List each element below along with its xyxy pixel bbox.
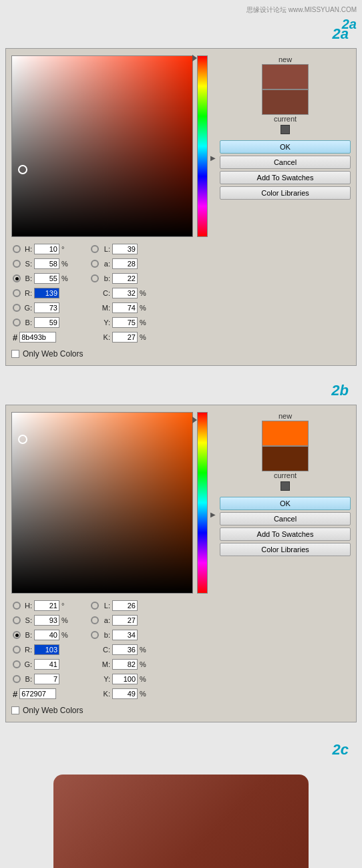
unit-m-a: %	[140, 304, 149, 312]
label-s-a: S:	[23, 260, 32, 268]
label-l-b: L:	[101, 602, 110, 610]
watermark: 思缘设计论坛 www.MISSYUAN.COM 2a	[246, 5, 357, 33]
field-c-a: C: %	[91, 286, 149, 300]
unit-s-a: %	[61, 260, 71, 268]
radio-bv-a[interactable]	[13, 318, 21, 327]
input-b-a[interactable]	[34, 273, 59, 284]
label-h-b: H:	[23, 602, 32, 610]
fields-area-a: H: ° S: % B: % R:	[13, 242, 351, 344]
field-h-a: H: °	[13, 242, 71, 256]
gradient-arrow-b: ▶	[210, 511, 216, 518]
radio-b-b[interactable]	[13, 631, 21, 639]
radio-h-b[interactable]	[13, 602, 21, 610]
color-picker-panel-a: ▶ new current OK Cancel Add To Swat	[5, 48, 357, 366]
input-g-b[interactable]	[34, 659, 59, 670]
input-s-b[interactable]	[34, 615, 59, 626]
radio-b-a[interactable]	[13, 274, 21, 282]
hue-strip-b[interactable]	[197, 412, 208, 594]
color-libraries-button-b[interactable]: Color Libraries	[220, 543, 351, 556]
field-k-a: K: %	[91, 331, 149, 344]
hex-input-a[interactable]	[19, 332, 56, 343]
radio-g-a[interactable]	[13, 304, 21, 312]
radio-l-a[interactable]	[91, 245, 99, 253]
new-label-b: new	[279, 412, 292, 420]
radio-s-a[interactable]	[13, 260, 21, 268]
radio-av-a[interactable]	[91, 260, 99, 268]
label-blab-a: b:	[101, 274, 110, 282]
color-libraries-button-a[interactable]: Color Libraries	[220, 186, 351, 200]
input-av-b[interactable]	[112, 615, 138, 626]
radio-h-a[interactable]	[13, 245, 21, 253]
unit-h-b: °	[61, 602, 71, 610]
input-c-a[interactable]	[112, 288, 138, 298]
radio-r-b[interactable]	[13, 646, 21, 654]
hex-input-b[interactable]	[19, 688, 56, 699]
input-blab-a[interactable]	[112, 273, 138, 284]
input-h-a[interactable]	[34, 244, 59, 254]
radio-bv-b[interactable]	[13, 675, 21, 683]
label-s-b: S:	[23, 616, 32, 624]
field-c-b: C: %	[91, 643, 149, 656]
radio-blab-b[interactable]	[91, 631, 99, 639]
radio-l-b[interactable]	[91, 602, 99, 610]
color-gradient-a[interactable]	[11, 55, 193, 237]
cancel-button-a[interactable]: Cancel	[220, 156, 351, 169]
color-gradient-b[interactable]	[11, 412, 193, 594]
gradient-arrow-a: ▶	[210, 154, 216, 162]
field-g-a: G:	[13, 301, 71, 314]
input-k-a[interactable]	[112, 332, 138, 343]
input-b-b[interactable]	[34, 630, 59, 640]
label-bv-a: B:	[23, 318, 32, 327]
add-swatches-button-a[interactable]: Add To Swatches	[220, 171, 351, 184]
swatch-new-b	[262, 421, 309, 446]
radio-av-b[interactable]	[91, 616, 99, 624]
input-g-a[interactable]	[34, 302, 59, 313]
radio-r-a[interactable]	[13, 289, 21, 297]
radio-blab-a[interactable]	[91, 274, 99, 282]
swatch-new-a	[262, 64, 309, 89]
right-panel-a: new current OK Cancel Add To Swatches Co…	[220, 55, 351, 200]
label-r-a: R:	[23, 289, 32, 297]
label-h-a: H:	[23, 245, 32, 253]
input-y-b[interactable]	[112, 674, 138, 684]
field-m-a: M: %	[91, 301, 149, 314]
ok-button-a[interactable]: OK	[220, 140, 351, 154]
ok-button-b[interactable]: OK	[220, 497, 351, 510]
input-h-b[interactable]	[34, 600, 59, 611]
input-m-b[interactable]	[112, 659, 138, 670]
field-s-b: S: %	[13, 614, 71, 627]
label-av-a: a:	[101, 260, 110, 268]
web-colors-label-b: Only Web Colors	[23, 706, 83, 715]
input-l-b[interactable]	[112, 600, 138, 611]
cancel-button-b[interactable]: Cancel	[220, 512, 351, 525]
input-bv-a[interactable]	[34, 317, 59, 328]
input-y-a[interactable]	[112, 317, 138, 328]
unit-k-a: %	[140, 333, 149, 341]
hash-row-b: #	[13, 688, 71, 699]
fields-left-a: H: ° S: % B: % R:	[13, 242, 71, 344]
label-r-b: R:	[23, 646, 32, 654]
input-c-b[interactable]	[112, 644, 138, 655]
web-colors-checkbox-a[interactable]	[11, 350, 19, 358]
label-c-a: C:	[101, 289, 110, 297]
input-r-a[interactable]	[34, 288, 59, 298]
input-l-a[interactable]	[112, 244, 138, 254]
label-m-a: M:	[101, 304, 110, 312]
input-av-a[interactable]	[112, 258, 138, 269]
unit-y-a: %	[140, 318, 149, 327]
input-bv-b[interactable]	[34, 674, 59, 684]
input-blab-b[interactable]	[112, 630, 138, 640]
field-r-b: R:	[13, 643, 71, 656]
web-colors-checkbox-b[interactable]	[11, 706, 19, 714]
input-k-b[interactable]	[112, 688, 138, 699]
radio-s-b[interactable]	[13, 616, 21, 624]
field-l-b: L:	[91, 599, 149, 612]
input-r-b[interactable]	[34, 644, 59, 655]
field-bv-b: B:	[13, 672, 71, 686]
radio-g-b[interactable]	[13, 660, 21, 668]
label-b-a: B:	[23, 274, 32, 282]
hue-strip-a[interactable]	[197, 55, 208, 237]
add-swatches-button-b[interactable]: Add To Swatches	[220, 527, 351, 541]
input-s-a[interactable]	[34, 258, 59, 269]
input-m-a[interactable]	[112, 302, 138, 313]
